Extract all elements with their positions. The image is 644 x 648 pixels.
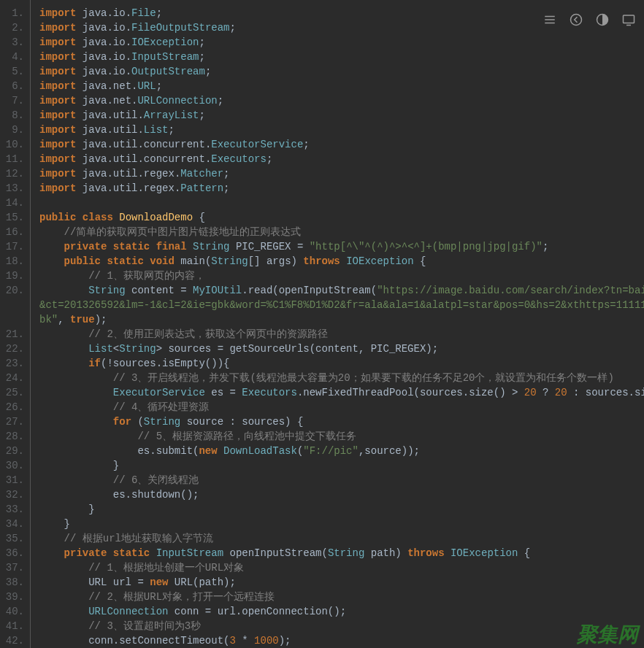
line-number: 13. [3, 181, 24, 196]
line-number: 17. [3, 239, 24, 254]
code-line: import java.util.regex.Pattern; [39, 181, 644, 196]
line-number: 30. [3, 458, 24, 473]
code-line: public class DownloadDemo { [39, 210, 644, 225]
code-line: // 3、设置超时间为3秒 [39, 619, 644, 633]
code-line: import java.util.ArrayList; [39, 108, 644, 123]
code-line: URLConnection conn = url.openConnection(… [39, 604, 644, 619]
line-number: 29. [3, 444, 24, 458]
code-line: // 6、关闭线程池 [39, 473, 644, 487]
code-area[interactable]: import java.io.File;import java.io.FileO… [31, 0, 644, 648]
code-line: import java.util.concurrent.Executors; [39, 152, 644, 166]
line-number: 42. [3, 633, 24, 648]
line-number: 9. [3, 123, 24, 137]
line-number: 35. [3, 531, 24, 546]
line-number: 36. [3, 546, 24, 560]
line-number-gutter: 1.2.3.4.5.6.7.8.9.10.11.12.13.14.15.16.1… [0, 0, 31, 648]
line-number: 41. [3, 619, 24, 633]
watermark: 聚集网 [577, 628, 638, 642]
back-icon[interactable] [570, 13, 583, 26]
toolbar [543, 13, 635, 26]
code-line: es.submit(new DownLoadTask("F://pic",sou… [39, 444, 644, 458]
line-number: 40. [3, 604, 24, 619]
code-line: } [39, 458, 644, 473]
code-line: //简单的获取网页中图片图片链接地址的正则表达式 [39, 225, 644, 239]
code-line: import java.io.IOException; [39, 35, 644, 50]
line-number [3, 312, 24, 327]
line-number: 16. [3, 225, 24, 239]
line-number: 3. [3, 35, 24, 50]
line-number: 34. [3, 517, 24, 531]
code-line: import java.io.OutputStream; [39, 64, 644, 79]
contrast-icon[interactable] [596, 13, 609, 26]
code-line: // 3、开启线程池，并发下载(线程池最大容量为20；如果要下载的任务不足20个… [39, 371, 644, 385]
list-icon[interactable] [543, 13, 556, 26]
line-number: 11. [3, 152, 24, 166]
code-line: List<String> sources = getSourceUrls(con… [39, 342, 644, 356]
line-number: 26. [3, 400, 24, 414]
code-line: import java.util.concurrent.ExecutorServ… [39, 137, 644, 152]
code-line: import java.io.InputStream; [39, 50, 644, 64]
svg-point-0 [571, 15, 582, 26]
line-number: 28. [3, 429, 24, 444]
code-line: import java.util.regex.Matcher; [39, 166, 644, 181]
monitor-icon[interactable] [622, 13, 635, 26]
line-number: 8. [3, 108, 24, 123]
line-number: 12. [3, 166, 24, 181]
code-line: bk", true); [39, 312, 644, 327]
code-line: import java.net.URL; [39, 79, 644, 93]
code-line: // 2、使用正则表达式，获取这个网页中的资源路径 [39, 327, 644, 342]
line-number: 5. [3, 64, 24, 79]
line-number: 19. [3, 269, 24, 283]
code-line: // 4、循环处理资源 [39, 400, 644, 414]
line-number: 21. [3, 327, 24, 342]
line-number: 20. [3, 283, 24, 298]
code-line: // 5、根据资源路径，向线程池中提交下载任务 [39, 429, 644, 444]
code-line: private static final String PIC_REGEX = … [39, 239, 644, 254]
line-number [3, 298, 24, 312]
line-number: 38. [3, 575, 24, 590]
line-number: 7. [3, 93, 24, 108]
svg-rect-2 [624, 15, 635, 23]
code-line: // 1、根据地址创建一个URL对象 [39, 560, 644, 575]
code-line: public static void main(String[] args) t… [39, 254, 644, 269]
line-number: 6. [3, 79, 24, 93]
line-number: 22. [3, 342, 24, 356]
line-number: 1. [3, 6, 24, 20]
code-line: // 2、根据URL对象，打开一个远程连接 [39, 590, 644, 604]
line-number: 24. [3, 371, 24, 385]
line-number: 14. [3, 196, 24, 210]
code-line: ExecutorService es = Executors.newFixedT… [39, 385, 644, 400]
code-line: // 根据url地址获取输入字节流 [39, 531, 644, 546]
line-number: 25. [3, 385, 24, 400]
code-line: } [39, 502, 644, 517]
code-line: &ct=201326592&lm=-1&cl=2&ie=gbk&word=%C1… [39, 298, 644, 312]
code-line: import java.util.List; [39, 123, 644, 137]
code-line: private static InputStream openInputStre… [39, 546, 644, 560]
code-line: conn.setConnectTimeout(3 * 1000); [39, 633, 644, 648]
line-number: 39. [3, 590, 24, 604]
line-number: 10. [3, 137, 24, 152]
code-line: URL url = new URL(path); [39, 575, 644, 590]
line-number: 27. [3, 414, 24, 429]
line-number: 23. [3, 356, 24, 371]
line-number: 4. [3, 50, 24, 64]
line-number: 15. [3, 210, 24, 225]
line-number: 31. [3, 473, 24, 487]
code-line [39, 196, 644, 210]
line-number: 33. [3, 502, 24, 517]
line-number: 37. [3, 560, 24, 575]
code-line: } [39, 517, 644, 531]
line-number: 18. [3, 254, 24, 269]
code-line: String content = MyIOUtil.read(openInput… [39, 283, 644, 298]
line-number: 32. [3, 487, 24, 502]
code-line: import java.net.URLConnection; [39, 93, 644, 108]
code-line: for (String source : sources) { [39, 414, 644, 429]
line-number: 2. [3, 20, 24, 35]
code-line: es.shutdown(); [39, 487, 644, 502]
code-line: if(!sources.isEmpty()){ [39, 356, 644, 371]
code-line: // 1、获取网页的内容， [39, 269, 644, 283]
code-editor: 1.2.3.4.5.6.7.8.9.10.11.12.13.14.15.16.1… [0, 0, 644, 648]
